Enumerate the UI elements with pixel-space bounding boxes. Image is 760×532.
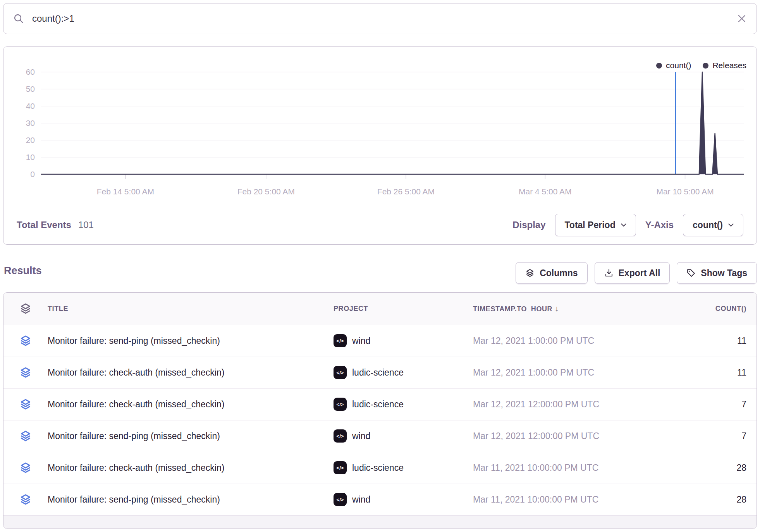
table-row: Monitor failure: check-auth (missed_chec… <box>3 389 757 420</box>
row-project: </> wind <box>334 334 473 347</box>
export-all-button-label: Export All <box>619 268 660 278</box>
search-input[interactable] <box>32 13 737 24</box>
chevron-down-icon <box>728 223 734 227</box>
header-count[interactable]: COUNT() <box>643 305 757 313</box>
stack-icon[interactable] <box>19 493 32 506</box>
display-dropdown[interactable]: Total Period <box>555 214 636 236</box>
legend-dot-icon <box>656 63 662 69</box>
svg-text:Feb 26 5:00 AM: Feb 26 5:00 AM <box>377 187 435 196</box>
project-name: ludic-science <box>352 399 404 410</box>
table-row: Monitor failure: check-auth (missed_chec… <box>3 452 757 484</box>
total-events-label: Total Events <box>17 220 71 230</box>
svg-text:Feb 20 5:00 AM: Feb 20 5:00 AM <box>237 187 295 196</box>
row-count: 11 <box>643 336 757 346</box>
svg-text:20: 20 <box>26 136 35 144</box>
table-body: Monitor failure: send-ping (missed_check… <box>3 325 757 516</box>
row-project: </> ludic-science <box>334 461 473 474</box>
layers-icon <box>525 268 535 278</box>
row-project: </> wind <box>334 493 473 506</box>
table-row: Monitor failure: send-ping (missed_check… <box>3 420 757 452</box>
results-actions: Columns Export All Show Tags <box>516 262 757 284</box>
row-project: </> wind <box>334 429 473 443</box>
row-timestamp: Mar 11, 2021 10:00:00 PM UTC <box>473 463 643 473</box>
row-title-link[interactable]: Monitor failure: check-auth (missed_chec… <box>48 399 334 410</box>
row-timestamp: Mar 12, 2021 12:00:00 PM UTC <box>473 431 643 441</box>
row-title-link[interactable]: Monitor failure: send-ping (missed_check… <box>48 494 334 505</box>
row-count: 28 <box>643 494 757 505</box>
chart-legend: count()Releases <box>656 61 746 70</box>
svg-text:60: 60 <box>26 67 35 76</box>
results-heading: Results <box>4 265 42 277</box>
svg-text:50: 50 <box>26 84 35 93</box>
display-dropdown-value: Total Period <box>565 220 616 230</box>
yaxis-dropdown-value: count() <box>693 220 723 230</box>
project-badge-icon: </> <box>334 334 347 347</box>
table-row: Monitor failure: check-auth (missed_chec… <box>3 357 757 389</box>
row-title-link[interactable]: Monitor failure: check-auth (missed_chec… <box>48 367 334 378</box>
table-header-row: TITLE PROJECT TIMESTAMP.TO_HOUR ↓ COUNT(… <box>3 293 757 325</box>
row-count: 28 <box>643 463 757 473</box>
stack-icon[interactable] <box>19 366 32 379</box>
row-timestamp: Mar 11, 2021 10:00:00 PM UTC <box>473 494 643 505</box>
header-title[interactable]: TITLE <box>48 305 334 313</box>
table-footer <box>3 516 757 529</box>
show-tags-button-label: Show Tags <box>701 268 747 278</box>
events-chart: 0102030405060Feb 14 5:00 AMFeb 20 5:00 A… <box>3 47 757 204</box>
show-tags-button[interactable]: Show Tags <box>677 262 757 284</box>
project-badge-icon: </> <box>334 366 347 379</box>
project-name: ludic-science <box>352 367 404 378</box>
display-label: Display <box>512 220 545 230</box>
chevron-down-icon <box>621 223 626 227</box>
events-chart-panel: 0102030405060Feb 14 5:00 AMFeb 20 5:00 A… <box>3 46 757 245</box>
tag-icon <box>686 268 696 278</box>
row-project: </> ludic-science <box>334 366 473 379</box>
header-project[interactable]: PROJECT <box>334 305 473 313</box>
table-row: Monitor failure: send-ping (missed_check… <box>3 325 757 357</box>
export-all-button[interactable]: Export All <box>595 262 670 284</box>
project-badge-icon: </> <box>334 461 347 474</box>
svg-text:30: 30 <box>26 118 35 127</box>
stack-icon[interactable] <box>19 462 32 474</box>
legend-label: count() <box>666 61 691 70</box>
columns-button-label: Columns <box>540 268 578 278</box>
table-row: Monitor failure: send-ping (missed_check… <box>3 484 757 516</box>
project-name: wind <box>352 431 370 441</box>
stack-icon[interactable] <box>19 430 32 442</box>
sort-desc-arrow: ↓ <box>555 304 559 313</box>
svg-text:Feb 14 5:00 AM: Feb 14 5:00 AM <box>97 187 154 196</box>
yaxis-dropdown[interactable]: count() <box>683 214 743 236</box>
row-count: 7 <box>643 431 757 441</box>
svg-text:0: 0 <box>30 170 35 178</box>
row-project: </> ludic-science <box>334 398 473 411</box>
row-count: 7 <box>643 399 757 410</box>
legend-item-releases[interactable]: Releases <box>703 61 746 70</box>
legend-label: Releases <box>712 61 746 70</box>
svg-text:40: 40 <box>26 101 35 110</box>
columns-button[interactable]: Columns <box>516 262 587 284</box>
row-title-link[interactable]: Monitor failure: check-auth (missed_chec… <box>48 463 334 473</box>
yaxis-label: Y-Axis <box>645 220 674 230</box>
chart-footer: Total Events 101 Display Total Period Y-… <box>3 205 757 245</box>
stack-icon[interactable] <box>19 302 32 315</box>
project-badge-icon: </> <box>334 429 347 443</box>
stack-icon[interactable] <box>19 335 32 347</box>
row-timestamp: Mar 12, 2021 12:00:00 PM UTC <box>473 399 643 410</box>
total-events-value: 101 <box>78 220 94 230</box>
svg-text:10: 10 <box>26 153 35 161</box>
header-timestamp[interactable]: TIMESTAMP.TO_HOUR ↓ <box>473 304 643 313</box>
row-title-link[interactable]: Monitor failure: send-ping (missed_check… <box>48 431 334 441</box>
discover-page: 0102030405060Feb 14 5:00 AMFeb 20 5:00 A… <box>0 0 760 532</box>
row-timestamp: Mar 12, 2021 1:00:00 PM UTC <box>473 367 643 378</box>
project-name: wind <box>352 494 370 505</box>
project-badge-icon: </> <box>334 398 347 411</box>
svg-text:Mar 10 5:00 AM: Mar 10 5:00 AM <box>656 187 714 196</box>
results-table: TITLE PROJECT TIMESTAMP.TO_HOUR ↓ COUNT(… <box>3 292 757 529</box>
legend-item-count[interactable]: count() <box>656 61 691 70</box>
row-timestamp: Mar 12, 2021 1:00:00 PM UTC <box>473 336 643 346</box>
clear-search-icon[interactable] <box>737 14 746 23</box>
project-name: ludic-science <box>352 463 404 473</box>
project-badge-icon: </> <box>334 493 347 506</box>
row-title-link[interactable]: Monitor failure: send-ping (missed_check… <box>48 336 334 346</box>
stack-icon[interactable] <box>19 398 32 410</box>
project-name: wind <box>352 336 370 346</box>
